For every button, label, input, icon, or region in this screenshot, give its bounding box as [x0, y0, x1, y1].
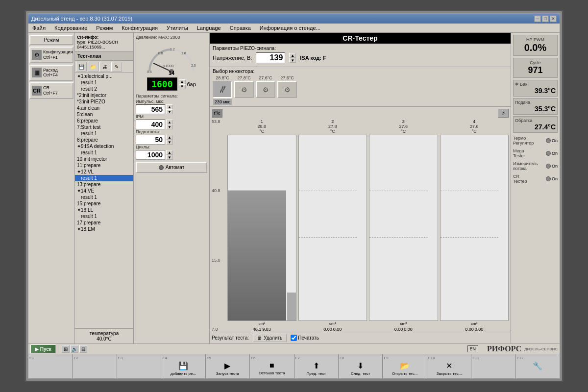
fkey-f1[interactable]: F1	[28, 354, 73, 378]
scale-bot1: 15.0	[212, 258, 224, 263]
test-plan-item-9[interactable]: ✦9:ISA detection	[75, 143, 133, 149]
fkey-f10[interactable]: F10 ✕ Закрыть тес...	[427, 354, 471, 378]
close-button[interactable]: ✕	[550, 15, 557, 22]
maximize-button[interactable]: □	[542, 15, 549, 22]
test-plan-item-6[interactable]: 6:prepare	[75, 118, 133, 124]
test-plan-item-5[interactable]: 5:clean	[75, 111, 133, 118]
print-checkbox[interactable]	[291, 335, 297, 341]
inj3-icon[interactable]: ⚙	[256, 81, 275, 98]
voltage-down-btn[interactable]: ▼	[289, 58, 296, 63]
menu-utils[interactable]: Утилиты	[165, 24, 190, 31]
test-plan-item-7[interactable]: 7:Start test	[75, 124, 133, 130]
fkey-f7[interactable]: F7 ⬆ Пред. тест	[294, 354, 339, 378]
start-button[interactable]: ▶ Пуск	[30, 344, 56, 353]
inj1-icon[interactable]: ⫽	[213, 81, 232, 98]
pressure-down-btn[interactable]: ▼	[179, 84, 186, 89]
injector-btn-4[interactable]: 27.6°C ⚙	[277, 75, 297, 98]
delete-button[interactable]: 🗑 Удалить	[253, 334, 287, 342]
tp-save-btn[interactable]: 💾	[76, 62, 87, 72]
preparation-value: 50	[136, 135, 165, 145]
test-plan-item-r1a[interactable]: result 1	[75, 79, 133, 86]
cycles-down-btn[interactable]: ▼	[166, 155, 173, 160]
fkey-f6[interactable]: F6 ■ Останов теста	[250, 354, 294, 378]
fkey-f4[interactable]: F4 💾 добавить ре...	[161, 354, 205, 378]
impulse-up-btn[interactable]: ▲	[166, 104, 173, 109]
auto-button[interactable]: Автомат	[136, 162, 207, 173]
test-plan-item-18[interactable]: ✦18:EM	[75, 226, 133, 232]
test-plan-item-11[interactable]: 11:prepare	[75, 162, 133, 169]
test-plan-item-15[interactable]: 15:prepare	[75, 200, 133, 207]
menu-coding[interactable]: Кодирование	[52, 24, 89, 31]
test-plan-item-10[interactable]: 10:init injector	[75, 156, 133, 162]
chart-time-btn[interactable]: t°/c	[212, 109, 222, 118]
test-plan-item-r1b[interactable]: result 1	[75, 130, 133, 137]
impulse-down-btn[interactable]: ▼	[166, 109, 173, 114]
menu-config[interactable]: Конфигурация	[120, 24, 160, 31]
tp-print-btn[interactable]: 🖨	[99, 62, 110, 72]
auto-label: Автомат	[166, 165, 185, 170]
test-plan-item-r2a[interactable]: result 2	[75, 86, 133, 92]
tp-open-btn[interactable]: 📁	[88, 62, 98, 72]
fkey-f12[interactable]: F12 🔧	[516, 354, 560, 378]
config-button[interactable]: ⚙ Конфигурация Ctrl+F1	[29, 47, 74, 63]
test-plan-item-r1f[interactable]: result 1	[75, 213, 133, 220]
test-plan-item-1[interactable]: ✦1:electrical p...	[75, 73, 133, 79]
bar-fill2-1	[287, 293, 296, 320]
ipm-down-btn[interactable]: ▼	[166, 124, 173, 129]
mode-button[interactable]: Режим	[29, 35, 74, 45]
cr-info-title: CR-Инфо:	[77, 35, 131, 40]
voltage-up-btn[interactable]: ▲	[289, 53, 296, 58]
prep-down-btn[interactable]: ▼	[166, 140, 173, 145]
fkey-f11[interactable]: F11	[471, 354, 515, 378]
test-plan-item-8[interactable]: 8:prepare	[75, 137, 133, 143]
menu-mode[interactable]: Режим	[94, 24, 115, 31]
test-plan-item-16[interactable]: ✦16:LL	[75, 207, 133, 213]
temp-supply-name: Подача	[515, 100, 556, 105]
cycles-up-btn[interactable]: ▲	[166, 150, 173, 155]
test-plan-item-r1e[interactable]: result 1	[75, 194, 133, 200]
voltage-input[interactable]: 139	[256, 52, 285, 63]
prep-up-btn[interactable]: ▲	[166, 135, 173, 140]
fkey-f9[interactable]: F9 📂 Открыть тес...	[383, 354, 427, 378]
injector-btn-1[interactable]: 28.8°C ⫽ 239 мкс	[213, 75, 232, 105]
print-checkbox-label[interactable]: Печатать	[291, 335, 319, 341]
test-plan-list[interactable]: ✦1:electrical p... result 1 result 2 *2:…	[75, 73, 133, 328]
menu-help[interactable]: Справка	[228, 24, 253, 31]
bar-unit-2: cm³	[329, 321, 336, 326]
test-plan-item-12[interactable]: ✦12:VL	[75, 169, 133, 175]
test-plan-item-13[interactable]: 13:prepare	[75, 181, 133, 188]
minimize-button[interactable]: ─	[534, 15, 541, 22]
hp-pwm-panel: HP PWM 0.0% Cycle 971 ❄ Бак	[511, 33, 560, 343]
config-label: Конфигурация Ctrl+F1	[43, 49, 73, 60]
tp-edit-btn[interactable]: ✎	[111, 62, 122, 72]
fkey-f5[interactable]: F5 ▶ Запуск теста	[206, 354, 250, 378]
test-plan-item-14[interactable]: ✦14:VE	[75, 188, 133, 194]
inj2-icon[interactable]: ⚙	[234, 81, 254, 98]
fkey-f3[interactable]: F3	[117, 354, 161, 378]
test-plan-item-r1c[interactable]: result 1	[75, 149, 133, 156]
test-plan-item-3[interactable]: *3:init PIEZO	[75, 98, 133, 105]
inj4-icon[interactable]: ⚙	[277, 81, 297, 98]
test-plan-item-r1d[interactable]: result 1	[75, 175, 133, 181]
chart-refresh-btn[interactable]: ↺	[498, 109, 509, 118]
fkey-f8[interactable]: F8 ⬇ След. тест	[339, 354, 383, 378]
injector-btn-3[interactable]: 27.6°C ⚙	[256, 75, 275, 98]
pressure-up-btn[interactable]: ▲	[179, 79, 186, 84]
menu-file[interactable]: Файл	[30, 24, 48, 31]
taskbar-icon-2[interactable]: 🔊	[71, 345, 78, 353]
menu-about[interactable]: Информация о стенде...	[258, 24, 322, 31]
test-plan-item-4[interactable]: 4:air clean	[75, 105, 133, 111]
fkey-f2[interactable]: F2	[73, 354, 117, 378]
menu-language[interactable]: Language	[195, 24, 223, 31]
test-plan-item-2[interactable]: *2:init injector	[75, 92, 133, 98]
ipm-up-btn[interactable]: ▲	[166, 120, 173, 124]
config-icon: ⚙	[32, 50, 42, 60]
injector-btn-2[interactable]: 27.8°C ⚙	[234, 75, 254, 98]
cr-button[interactable]: CR CR Ctrl+F7	[29, 82, 74, 99]
scale-top: 53.8	[212, 119, 224, 124]
expense-button[interactable]: ▦ Расход Ctrl+F4	[29, 65, 74, 81]
taskbar-icon-1[interactable]: ⊞	[62, 345, 70, 353]
test-plan-item-17[interactable]: 17:prepare	[75, 220, 133, 226]
taskbar-icon-3[interactable]: ⊟	[79, 345, 87, 353]
bv4-2: 0.00	[475, 327, 484, 332]
